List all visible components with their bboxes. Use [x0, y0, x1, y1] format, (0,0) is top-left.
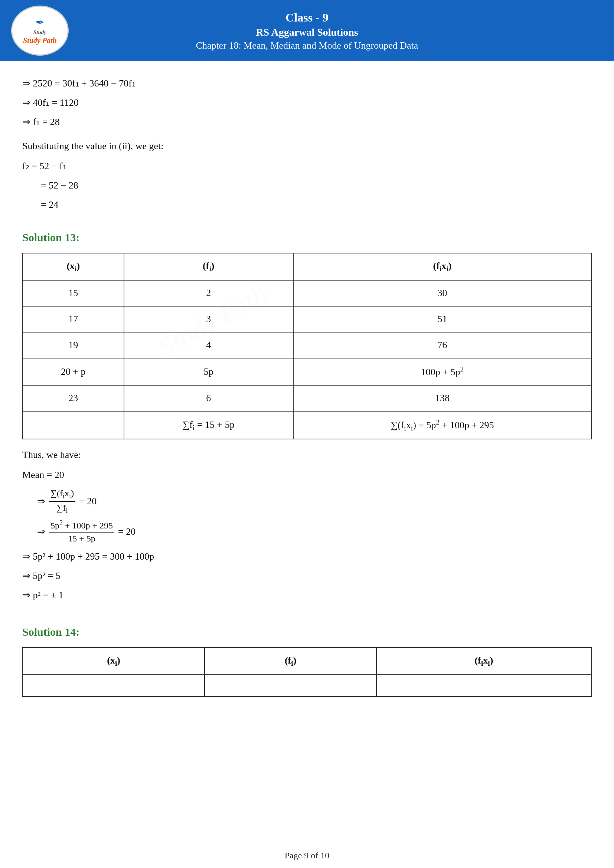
cell-fi-4: 5p	[124, 358, 293, 385]
header-text: Class - 9 RS Aggarwal Solutions Chapter …	[4, 10, 610, 52]
page-header: ✒ Study Study Path Class - 9 RS Aggarwal…	[0, 0, 614, 61]
logo-text-top: Study	[33, 29, 47, 36]
table-row: 20 + p 5p 100p + 5p2	[23, 358, 591, 385]
page-footer: Page 9 of 10	[0, 851, 614, 860]
cell-fixi-1: 30	[293, 280, 591, 306]
equation-line-3: ⇒ f₁ = 28	[22, 114, 592, 130]
fraction-denominator-1: ∑fi	[55, 502, 70, 515]
step3-equation: ⇒ 5p² + 100p + 295 = 300 + 100p	[22, 549, 592, 565]
header-class: Class - 9	[4, 10, 610, 26]
equation-line-2: ⇒ 40f₁ = 1120	[22, 95, 592, 111]
step5-equation: ⇒ p² = ± 1	[22, 587, 592, 603]
logo-text-bottom: Study Path	[23, 36, 57, 45]
f2-line-2: = 52 − 28	[41, 177, 592, 194]
cell-fixi-4: 100p + 5p2	[293, 358, 591, 385]
solution-13-table: (xi) (fi) (fixi) 15 2 30 17 3 51	[22, 253, 592, 439]
step1-rhs: = 20	[79, 493, 96, 510]
header-book: RS Aggarwal Solutions	[4, 26, 610, 39]
table-row: 15 2 30	[23, 280, 591, 306]
cell-fi-sum: ∑fi = 15 + 5p	[124, 411, 293, 439]
thus-text: Thus, we have:	[22, 447, 592, 463]
substitution-text: Substituting the value in (ii), we get:	[22, 138, 592, 154]
solution-14-heading: Solution 14:	[22, 622, 592, 641]
cell-fi-5: 6	[124, 385, 293, 411]
fraction-numerator-1: ∑(fixi)	[49, 488, 75, 502]
f2-line-3: = 24	[41, 197, 592, 213]
solution-14-section: Solution 14: (xi) (fi) (fixi)	[22, 622, 592, 697]
table-header-fixi: (fixi)	[293, 253, 591, 280]
fraction-step2: 5p2 + 100p + 295 15 + 5p	[49, 519, 114, 544]
table-row-sum: ∑fi = 15 + 5p ∑(fixi) = 5p2 + 100p + 295	[23, 411, 591, 439]
solution-14-table: (xi) (fi) (fixi)	[22, 647, 592, 697]
table14-cell-empty-2	[205, 674, 377, 696]
cell-xi-2: 17	[23, 306, 124, 332]
fraction-numerator-2: 5p2 + 100p + 295	[49, 519, 114, 533]
cell-fi-3: 4	[124, 332, 293, 358]
step2-arrow: ⇒	[37, 524, 45, 540]
f2-line-1: f₂ = 52 − f₁	[22, 158, 592, 174]
cell-xi-sum	[23, 411, 124, 439]
solution-13-heading: Solution 13:	[22, 228, 592, 247]
step2-rhs: = 20	[118, 524, 135, 540]
cell-fi-2: 3	[124, 306, 293, 332]
mean-equation: Mean = 20	[22, 467, 592, 483]
cell-fixi-2: 51	[293, 306, 591, 332]
table14-cell-empty-1	[23, 674, 205, 696]
table14-header-fi: (fi)	[205, 648, 377, 674]
fraction-denominator-2: 15 + 5p	[67, 533, 97, 544]
pen-icon: ✒	[36, 16, 44, 29]
table14-header-fixi: (fixi)	[377, 648, 591, 674]
step1-equation: ⇒ ∑(fixi) ∑fi = 20	[37, 488, 592, 515]
cell-xi-5: 23	[23, 385, 124, 411]
cell-fixi-3: 76	[293, 332, 591, 358]
logo-container: ✒ Study Study Path	[8, 5, 72, 57]
logo-circle: ✒ Study Study Path	[11, 6, 69, 56]
table-row: 19 4 76	[23, 332, 591, 358]
fraction-step1: ∑(fixi) ∑fi	[49, 488, 75, 515]
page-number: Page 9 of 10	[285, 851, 330, 860]
table-header-fi: (fi)	[124, 253, 293, 280]
step4-equation: ⇒ 5p² = 5	[22, 568, 592, 584]
header-chapter: Chapter 18: Mean, Median and Mode of Ung…	[4, 39, 610, 52]
cell-fixi-sum: ∑(fixi) = 5p2 + 100p + 295	[293, 411, 591, 439]
cell-xi-4: 20 + p	[23, 358, 124, 385]
table-row: 17 3 51	[23, 306, 591, 332]
cell-xi-3: 19	[23, 332, 124, 358]
step1-arrow: ⇒	[37, 493, 45, 510]
step2-equation: ⇒ 5p2 + 100p + 295 15 + 5p = 20	[37, 519, 592, 544]
cell-fi-1: 2	[124, 280, 293, 306]
table-header-xi: (xi)	[23, 253, 124, 280]
table14-header-xi: (xi)	[23, 648, 205, 674]
table-row: 23 6 138	[23, 385, 591, 411]
table14-cell-empty-3	[377, 674, 591, 696]
table14-row-empty	[23, 674, 591, 696]
cell-fixi-5: 138	[293, 385, 591, 411]
cell-xi-1: 15	[23, 280, 124, 306]
equation-line-1: ⇒ 2520 = 30f₁ + 3640 − 70f₁	[22, 75, 592, 91]
main-content: Study Path ⇒ 2520 = 30f₁ + 3640 − 70f₁ ⇒…	[0, 61, 614, 716]
